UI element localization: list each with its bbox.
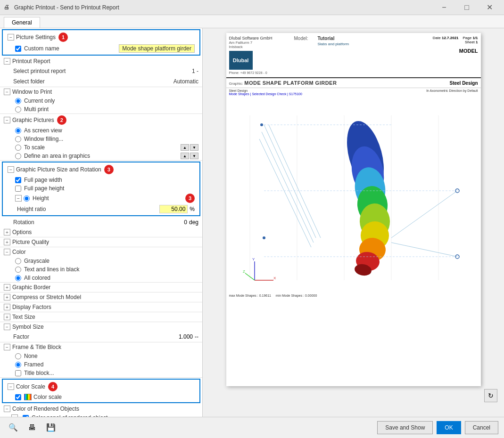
as-screen-view-row: As screen view — [0, 126, 202, 135]
custom-name-label: Custom name — [24, 45, 59, 52]
company-name: Dlubal Software GmbH — [229, 36, 290, 41]
define-area-radio[interactable] — [15, 153, 21, 159]
export-tool-button[interactable]: 💾 — [43, 421, 58, 434]
ok-button[interactable]: OK — [437, 421, 461, 434]
graphic-border-section: + Graphic Border — [0, 283, 202, 292]
svg-line-6 — [264, 125, 316, 238]
options-section: + Options — [0, 227, 202, 237]
full-page-width-label: Full page width — [24, 177, 62, 183]
title-block-checkbox[interactable] — [15, 370, 21, 376]
color-panel-checkbox[interactable] — [23, 415, 29, 417]
custom-name-checkbox[interactable] — [15, 46, 21, 52]
color-scale-checkbox[interactable] — [15, 394, 21, 400]
options-header[interactable]: + Options — [0, 227, 202, 237]
select-report-label: Select printout report — [13, 68, 161, 74]
color-scale-title: Color Scale — [16, 383, 45, 390]
maximize-button[interactable]: □ — [456, 0, 478, 15]
rotation-label: Rotation — [13, 219, 184, 226]
color-title: Color — [12, 249, 26, 255]
color-header[interactable]: − Color — [0, 247, 202, 257]
badge-2: 2 — [57, 115, 66, 125]
expand-icon: − — [4, 344, 10, 350]
picture-quality-header[interactable]: + Picture Quality — [0, 237, 202, 247]
save-and-show-button[interactable]: Save and Show — [377, 421, 433, 434]
compress-stretch-header[interactable]: + Compress or Stretch Model — [0, 292, 202, 302]
frame-title-header[interactable]: − Frame & Title Block — [0, 342, 202, 352]
picture-quality-title: Picture Quality — [12, 239, 49, 245]
description-row: Slabs and platform — [294, 42, 429, 46]
refresh-button[interactable]: ↻ — [484, 389, 497, 402]
symbol-size-section: − Symbol Size Factor 1.000 -- — [0, 322, 202, 342]
grayscale-radio[interactable] — [15, 258, 21, 264]
svg-point-23 — [263, 236, 265, 239]
graphic-label: Graphic: — [229, 81, 243, 86]
minimize-button[interactable]: − — [433, 0, 455, 15]
app-icon: 🖨 — [4, 4, 11, 11]
as-screen-view-radio[interactable] — [15, 128, 21, 134]
print-tool-button[interactable]: 🖶 — [25, 421, 40, 434]
frame-title-title: Frame & Title Block — [12, 344, 61, 350]
framed-radio[interactable] — [15, 362, 21, 368]
text-lines-radio[interactable] — [15, 267, 21, 273]
preview-image-area: X Y Z max Mode Shapes : 0.19611 min Mode… — [226, 97, 481, 299]
current-only-label: Current only — [24, 97, 55, 104]
logo-text: Dlubal — [233, 57, 249, 63]
full-page-width-checkbox[interactable] — [15, 177, 21, 183]
expand-icon: + — [4, 294, 10, 300]
select-folder-label: Select folder — [13, 78, 161, 85]
none-radio[interactable] — [15, 353, 21, 359]
resize-up-btn[interactable]: ▲ — [181, 144, 189, 151]
height-ratio-input[interactable] — [159, 205, 188, 213]
expand-icon: + — [4, 229, 10, 235]
graphic-border-header[interactable]: + Graphic Border — [0, 283, 202, 292]
resize-down-btn[interactable]: ▼ — [190, 144, 198, 151]
color-panel-label: Color panel of rendered object — [32, 414, 107, 417]
all-colored-label: All colored — [24, 275, 50, 281]
printout-report-header[interactable]: − Printout Report — [0, 57, 202, 66]
graphic-size-header[interactable]: − Graphic Picture Size and Rotation 3 — [4, 163, 198, 176]
search-tool-button[interactable]: 🔍 — [6, 421, 21, 434]
graphic-pictures-header[interactable]: − Graphic Pictures 2 — [0, 114, 202, 126]
tab-general[interactable]: General — [4, 17, 40, 28]
svg-line-7 — [262, 132, 314, 243]
full-page-height-checkbox[interactable] — [15, 186, 21, 192]
height-radio[interactable] — [24, 195, 30, 202]
full-page-width-row: Full page width — [4, 176, 198, 184]
preview-header: Dlubal Software GmbH Am Fallturm 7Inlsba… — [226, 33, 481, 78]
window-filling-radio[interactable] — [15, 136, 21, 142]
graphic-border-title: Graphic Border — [12, 284, 50, 291]
height-label: Height — [33, 195, 182, 202]
multi-print-radio[interactable] — [15, 106, 21, 113]
compress-stretch-section: + Compress or Stretch Model — [0, 292, 202, 302]
text-size-header[interactable]: + Text Size — [0, 312, 202, 322]
graphic-title-bar: Graphic: MODE SHAPE PLATFORM GIRDER Stee… — [226, 78, 481, 88]
header-right: Date 12.7.2021 Page 1/1 Sheet 1 MODEL — [433, 36, 478, 74]
color-scale-header[interactable]: − Color Scale 4 — [4, 381, 198, 393]
text-lines-black-row: Text and lines in black — [0, 265, 202, 274]
resize-down2-btn[interactable]: ▼ — [190, 153, 198, 159]
badge-4: 4 — [48, 382, 58, 391]
color-rendered-header[interactable]: − Color of Rendered Objects — [0, 404, 202, 414]
current-only-row: Current only — [0, 97, 202, 105]
to-scale-radio[interactable] — [15, 145, 21, 151]
graphic-pictures-section: − Graphic Pictures 2 As screen view Wind… — [0, 114, 202, 161]
expand-icon: − — [4, 58, 10, 65]
text-lines-label: Text and lines in black — [24, 266, 79, 273]
symbol-size-title: Symbol Size — [12, 324, 44, 330]
factor-row: Factor 1.000 -- — [0, 332, 202, 342]
all-colored-radio[interactable] — [15, 275, 21, 281]
desc-key — [294, 42, 318, 46]
current-only-radio[interactable] — [15, 98, 21, 104]
window-to-print-section: − Window to Print Current only Multi pri… — [0, 87, 202, 114]
title-bar-buttons: − □ ✕ — [433, 0, 500, 15]
close-button[interactable]: ✕ — [479, 0, 500, 15]
cancel-button[interactable]: Cancel — [465, 421, 498, 434]
resize-up2-btn[interactable]: ▲ — [181, 153, 189, 159]
picture-settings-header[interactable]: − Picture Settings 1 — [4, 31, 198, 43]
display-factors-header[interactable]: + Display Factors — [0, 302, 202, 312]
symbol-size-header[interactable]: − Symbol Size — [0, 322, 202, 332]
window-title: Graphic Printout - Send to Printout Repo… — [14, 4, 433, 11]
window-to-print-header[interactable]: − Window to Print — [0, 87, 202, 97]
factor-unit: -- — [195, 333, 198, 340]
framed-row: Framed — [0, 360, 202, 369]
